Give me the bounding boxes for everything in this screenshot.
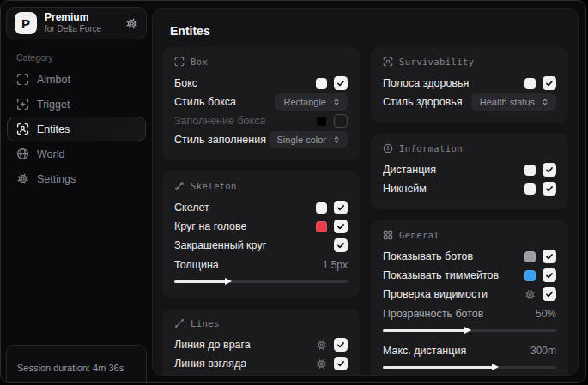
sidebar-item-world[interactable]: World — [7, 141, 146, 166]
setting-label: Толщина — [174, 259, 219, 271]
setting-controls — [524, 182, 556, 196]
setting-row: Толщина1.5px — [174, 256, 348, 274]
setting-controls — [524, 76, 556, 90]
setting-label: Линия взгляда — [174, 358, 246, 370]
panel-survivability: SurvivabilityПолоса здоровьяСтиль здоров… — [371, 47, 568, 123]
slider-control[interactable] — [383, 325, 556, 335]
setting-controls — [524, 163, 556, 177]
setting-controls — [316, 114, 348, 128]
setting-row: Круг на голове — [174, 217, 348, 236]
sidebar-item-settings[interactable]: Settings — [7, 166, 146, 191]
gear-icon[interactable] — [125, 17, 138, 30]
line-icon — [174, 318, 185, 328]
color-swatch[interactable] — [524, 165, 536, 176]
slider-thumb[interactable] — [225, 278, 232, 285]
setting-label: Стиль заполнения — [174, 134, 266, 146]
setting-label: Полоса здоровья — [383, 77, 469, 89]
color-swatch[interactable] — [524, 251, 536, 262]
setting-row: Бокс — [174, 74, 348, 93]
setting-controls — [316, 220, 348, 233]
panel-title: Survivability — [399, 57, 474, 67]
setting-label: Показывать тиммейтов — [383, 269, 499, 281]
checkbox[interactable] — [334, 114, 348, 128]
setting-controls — [524, 268, 556, 282]
setting-gear-icon[interactable] — [316, 358, 327, 370]
setting-label: Макс. дистанция — [383, 345, 466, 357]
panel-title: Lines — [191, 318, 220, 328]
slider-control[interactable] — [383, 362, 556, 372]
checkbox[interactable] — [334, 220, 348, 233]
checkbox[interactable] — [543, 76, 556, 90]
color-swatch[interactable] — [524, 270, 536, 281]
setting-controls — [316, 357, 348, 370]
select-dropdown[interactable]: Single color — [269, 131, 348, 148]
panel-title: General — [399, 230, 439, 240]
color-swatch[interactable] — [316, 202, 327, 214]
checkbox[interactable] — [334, 201, 348, 214]
setting-row: Проверка видимости — [383, 285, 556, 304]
setting-row: Показывать ботов — [383, 247, 556, 266]
page-title: Entites — [170, 24, 570, 38]
setting-row: Линия взгляда — [174, 354, 348, 373]
slider-fill — [174, 280, 227, 283]
setting-controls — [316, 338, 348, 352]
sidebar-item-entites[interactable]: Entites — [7, 117, 146, 141]
slider-thumb[interactable] — [492, 364, 499, 370]
slider-setting: Макс. дистанция300m — [383, 341, 556, 372]
checkbox[interactable] — [543, 163, 556, 177]
panel-skeleton: SkeletonСкелетКруг на головеЗакрашенный … — [162, 171, 360, 298]
panel-title: Box — [191, 57, 208, 67]
checkbox[interactable] — [543, 250, 556, 263]
column-left: BoxБоксСтиль боксаRectangleЗаполнение бо… — [162, 47, 360, 376]
slider-control[interactable] — [174, 276, 348, 286]
checkbox[interactable] — [543, 268, 556, 282]
setting-controls — [334, 238, 348, 252]
setting-row: Прозрачность ботов50% — [383, 304, 556, 323]
slider-setting: Прозрачность ботов50% — [383, 304, 556, 335]
trigger-icon — [16, 98, 29, 111]
checkbox[interactable] — [543, 287, 556, 301]
setting-controls: Single color — [269, 131, 348, 148]
color-swatch[interactable] — [524, 183, 536, 195]
checkbox[interactable] — [334, 76, 348, 90]
color-swatch[interactable] — [316, 78, 327, 89]
brand-logo: P — [15, 12, 37, 34]
slider-fill — [383, 366, 494, 369]
sidebar-item-label: Settings — [37, 173, 76, 185]
slider-setting: Толщина1.5px — [174, 256, 348, 286]
setting-gear-icon[interactable] — [524, 289, 536, 300]
setting-row: Скелет — [174, 198, 348, 217]
select-value: Single color — [277, 135, 326, 145]
globe-icon — [16, 147, 29, 160]
chevrons-up-down-icon — [331, 135, 342, 145]
sidebar-item-label: Entites — [37, 123, 70, 135]
setting-label: Скелет — [174, 202, 209, 214]
category-label: Category — [16, 52, 147, 63]
checkbox[interactable] — [334, 338, 348, 352]
color-swatch[interactable] — [524, 78, 536, 89]
box-scan-icon — [174, 57, 185, 67]
chevrons-up-down-icon — [540, 97, 550, 107]
checkbox[interactable] — [334, 357, 348, 370]
brand-subtitle: for Delta Force — [45, 24, 125, 34]
setting-row: Закрашенный круг — [174, 236, 348, 255]
sidebar-item-trigget[interactable]: Trigget — [7, 92, 146, 117]
setting-label: Круг на голове — [174, 220, 247, 232]
setting-gear-icon[interactable] — [316, 340, 327, 351]
main-panel: Entites BoxБоксСтиль боксаRectangleЗапол… — [152, 8, 579, 376]
select-dropdown[interactable]: Health status — [471, 93, 556, 111]
slider-thumb[interactable] — [464, 327, 471, 334]
checkbox[interactable] — [543, 182, 556, 196]
color-swatch[interactable] — [316, 116, 327, 127]
checkbox[interactable] — [334, 238, 348, 252]
brand-text: Premium for Delta Force — [45, 12, 125, 33]
sidebar-item-aimbot[interactable]: Aimbot — [7, 67, 146, 92]
select-dropdown[interactable]: Rectangle — [275, 93, 348, 111]
setting-label: Заполнение бокса — [174, 115, 265, 127]
color-swatch[interactable] — [316, 221, 327, 232]
setting-label: Бокс — [174, 77, 197, 89]
setting-label: Прозрачность ботов — [383, 308, 483, 320]
app-window: P Premium for Delta Force Category Aimbo… — [0, 0, 586, 383]
sidebar-nav: AimbotTriggetEntitesWorldSettings — [6, 67, 147, 191]
sidebar: P Premium for Delta Force Category Aimbo… — [1, 1, 152, 382]
